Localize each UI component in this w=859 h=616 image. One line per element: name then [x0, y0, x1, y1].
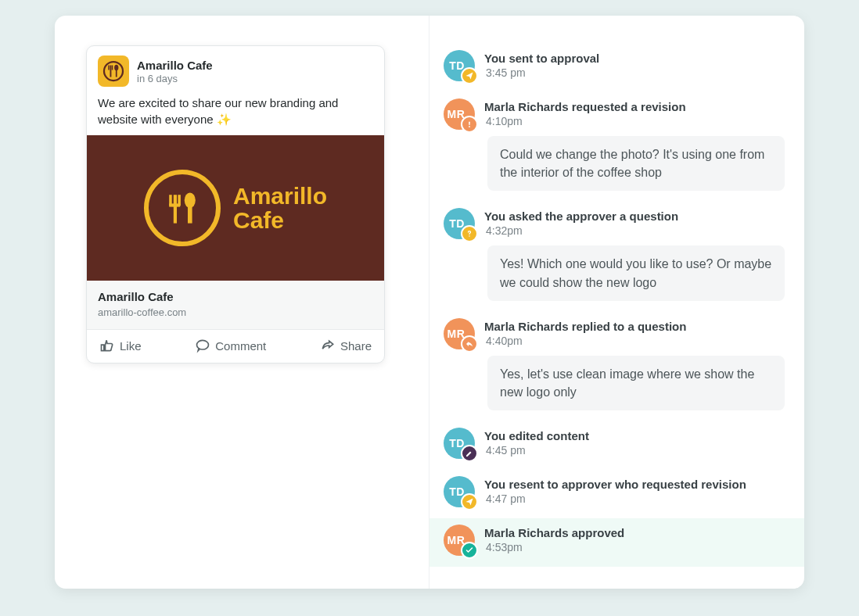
share-icon: [320, 338, 336, 353]
activity-item[interactable]: TD You sent to approval 3:45 pm: [430, 44, 804, 92]
activity-message: Yes! Which one would you like to use? Or…: [487, 245, 785, 300]
like-label: Like: [120, 339, 142, 353]
user-avatar: TD: [444, 208, 475, 239]
svg-point-14: [469, 126, 470, 127]
activity-item[interactable]: TD You asked the approver a question 4:3…: [430, 202, 804, 311]
logo-text-line2: Cafe: [233, 208, 327, 233]
svg-rect-2: [108, 66, 110, 70]
activity-item[interactable]: MR Marla Richards approved 4:53pm: [430, 518, 804, 567]
svg-rect-5: [116, 70, 117, 77]
user-avatar: TD: [444, 50, 475, 81]
activity-message: Could we change the photo? It's using on…: [487, 136, 785, 191]
svg-point-10: [185, 192, 196, 208]
edit-badge-icon: [461, 445, 478, 462]
svg-point-12: [197, 340, 209, 349]
activity-item[interactable]: MR Marla Richards requested a revision 4…: [430, 92, 804, 202]
fork-spoon-icon: [102, 59, 125, 83]
activity-title: Marla Richards replied to a question: [484, 320, 686, 333]
share-label: Share: [340, 339, 372, 353]
activity-item[interactable]: MR Marla Richards replied to a question …: [430, 312, 804, 421]
user-avatar: MR: [444, 98, 475, 130]
activity-item[interactable]: TD You edited content 4:45 pm: [430, 421, 804, 470]
activity-title: You sent to approval: [484, 52, 599, 65]
post-card[interactable]: Amarillo Cafe in 6 days We are excited t…: [86, 45, 385, 364]
post-preview-column: Amarillo Cafe in 6 days We are excited t…: [55, 16, 429, 589]
comment-button[interactable]: Comment: [195, 338, 266, 353]
alert-badge-icon: [461, 116, 478, 133]
svg-rect-6: [174, 195, 177, 223]
logo-badge-icon: [144, 170, 221, 246]
activity-time: 4:32pm: [484, 224, 678, 237]
activity-time: 4:10pm: [484, 115, 686, 127]
activity-title: You edited content: [484, 429, 589, 442]
share-button[interactable]: Share: [320, 338, 372, 353]
like-button[interactable]: Like: [99, 338, 142, 353]
user-avatar: MR: [444, 525, 475, 556]
svg-rect-3: [112, 66, 113, 70]
question-badge-icon: [461, 225, 478, 242]
post-schedule-text: in 6 days: [137, 73, 213, 84]
activity-title: You asked the approver a question: [484, 210, 678, 223]
like-icon: [99, 338, 115, 353]
svg-rect-11: [188, 206, 192, 223]
post-header: Amarillo Cafe in 6 days: [87, 46, 384, 95]
approve-badge-icon: [461, 542, 478, 559]
user-avatar: TD: [444, 476, 475, 507]
activity-time: 4:45 pm: [484, 444, 589, 457]
comment-label: Comment: [215, 339, 266, 353]
activity-message: Yes, let's use clean image where we show…: [487, 356, 785, 410]
svg-point-15: [469, 236, 470, 238]
activity-time: 4:40pm: [484, 335, 686, 347]
post-account-avatar: [98, 56, 129, 87]
logo-text: Amarillo Cafe: [233, 184, 327, 233]
link-preview[interactable]: Amarillo Cafe amarillo-coffee.com: [87, 281, 384, 330]
svg-rect-9: [169, 203, 180, 206]
sent-badge-icon: [461, 493, 478, 510]
activity-item[interactable]: TD You resent to approver who requested …: [430, 470, 804, 518]
post-actions-bar: Like Comment Share: [87, 330, 384, 363]
activity-time: 4:53pm: [484, 541, 624, 553]
link-preview-url: amarillo-coffee.com: [98, 306, 373, 318]
svg-point-4: [114, 65, 118, 71]
user-avatar: TD: [444, 428, 475, 459]
post-account-name: Amarillo Cafe: [137, 59, 213, 72]
svg-rect-13: [469, 122, 470, 126]
svg-point-0: [104, 62, 123, 81]
user-avatar: MR: [444, 318, 475, 349]
post-image-preview: Amarillo Cafe: [87, 135, 384, 281]
activity-title: You resent to approver who requested rev…: [484, 478, 746, 491]
reply-badge-icon: [461, 335, 478, 353]
link-preview-title: Amarillo Cafe: [98, 290, 373, 303]
logo-text-line1: Amarillo: [233, 184, 327, 209]
activity-time: 3:45 pm: [484, 66, 599, 79]
comment-icon: [195, 338, 210, 353]
svg-rect-1: [110, 66, 112, 77]
post-body-text: We are excited to share our new branding…: [87, 95, 384, 135]
activity-time: 4:47 pm: [484, 492, 746, 505]
activity-title: Marla Richards requested a revision: [484, 100, 686, 113]
activity-title: Marla Richards approved: [484, 526, 624, 539]
activity-feed: TD You sent to approval 3:45 pm MR Marla…: [429, 16, 804, 589]
sent-badge-icon: [461, 67, 478, 84]
app-container: Amarillo Cafe in 6 days We are excited t…: [55, 16, 804, 589]
